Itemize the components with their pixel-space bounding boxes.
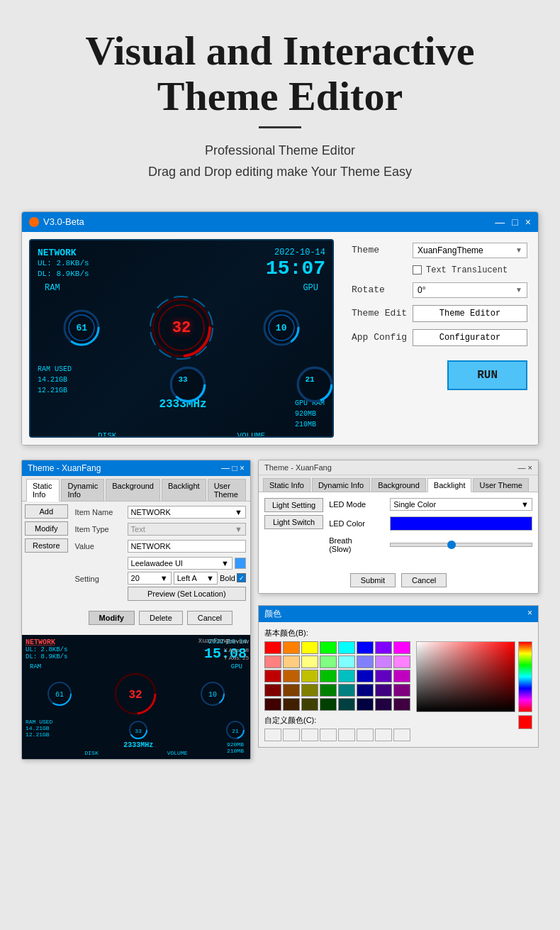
color-cell-16[interactable] bbox=[264, 670, 281, 682]
color-cell-37[interactable] bbox=[357, 698, 374, 711]
custom-color-5[interactable] bbox=[338, 729, 355, 741]
color-cell-39[interactable] bbox=[393, 698, 410, 711]
rotate-select[interactable]: 0° ▼ bbox=[413, 282, 527, 298]
modify-form-button[interactable]: Modify bbox=[89, 611, 135, 625]
close-button[interactable]: × bbox=[525, 216, 531, 228]
value-input[interactable] bbox=[128, 540, 246, 553]
tab-user-theme-2[interactable]: User Theme bbox=[473, 478, 528, 492]
color-cell-25[interactable] bbox=[283, 684, 300, 697]
color-cell-7[interactable] bbox=[393, 641, 410, 654]
color-cell-2[interactable] bbox=[301, 641, 318, 654]
cancel-form-button[interactable]: Cancel bbox=[187, 611, 233, 625]
color-swatch[interactable] bbox=[235, 558, 246, 569]
text-translucent-checkbox[interactable] bbox=[413, 265, 422, 275]
color-cell-34[interactable] bbox=[301, 698, 318, 711]
color-cell-6[interactable] bbox=[375, 641, 392, 654]
color-cell-20[interactable] bbox=[338, 670, 355, 682]
color-cell-13[interactable] bbox=[357, 655, 374, 668]
custom-color-6[interactable] bbox=[357, 729, 374, 741]
color-cell-12[interactable] bbox=[338, 655, 355, 668]
color-cell-29[interactable] bbox=[357, 684, 374, 697]
color-cell-21[interactable] bbox=[357, 670, 374, 682]
tab-backlight-2[interactable]: Backlight bbox=[427, 478, 472, 492]
color-cell-35[interactable] bbox=[320, 698, 337, 711]
tab-user-theme[interactable]: User Theme bbox=[208, 479, 246, 501]
tab-dynamic-info-2[interactable]: Dynamic Info bbox=[312, 478, 370, 492]
color-cell-10[interactable] bbox=[301, 655, 318, 668]
cancel-backlight-button[interactable]: Cancel bbox=[401, 573, 447, 587]
color-cell-24[interactable] bbox=[264, 684, 281, 697]
theme-editor-button[interactable]: Theme Editor bbox=[413, 305, 527, 322]
light-setting-button[interactable]: Light Setting bbox=[264, 498, 323, 512]
breath-slider[interactable] bbox=[390, 543, 532, 547]
color-cell-27[interactable] bbox=[320, 684, 337, 697]
item-type-select[interactable]: Text ▼ bbox=[128, 523, 246, 536]
run-button[interactable]: RUN bbox=[447, 360, 527, 390]
bottom-left-controls[interactable]: — □ × bbox=[221, 463, 245, 473]
color-cell-26[interactable] bbox=[301, 684, 318, 697]
custom-color-2[interactable] bbox=[283, 729, 300, 741]
color-cell-33[interactable] bbox=[283, 698, 300, 711]
color-cell-9[interactable] bbox=[283, 655, 300, 668]
color-cell-1[interactable] bbox=[283, 641, 300, 654]
color-cell-31[interactable] bbox=[393, 684, 410, 697]
spectrum-box[interactable] bbox=[416, 641, 515, 712]
color-cell-15[interactable] bbox=[393, 655, 410, 668]
tab-static-info[interactable]: Static Info bbox=[26, 479, 60, 502]
color-cell-22[interactable] bbox=[375, 670, 392, 682]
minimize-icon[interactable]: — bbox=[518, 463, 528, 472]
size-select[interactable]: 20 ▼ bbox=[128, 572, 172, 585]
color-cell-17[interactable] bbox=[283, 670, 300, 682]
light-switch-button[interactable]: Light Switch bbox=[264, 515, 323, 529]
color-cell-36[interactable] bbox=[338, 698, 355, 711]
minimize-button[interactable]: — bbox=[495, 216, 505, 228]
color-cell-19[interactable] bbox=[320, 670, 337, 682]
custom-color-7[interactable] bbox=[375, 729, 392, 741]
tab-background[interactable]: Background bbox=[106, 479, 160, 501]
window-controls[interactable]: — □ × bbox=[495, 216, 531, 228]
tab-dynamic-info[interactable]: Dynamic Info bbox=[61, 479, 104, 501]
tab-static-info-2[interactable]: Static Info bbox=[263, 478, 310, 492]
custom-color-3[interactable] bbox=[301, 729, 318, 741]
hue-bar[interactable] bbox=[518, 641, 532, 712]
custom-color-8[interactable] bbox=[393, 729, 410, 741]
maximize-button[interactable]: □ bbox=[512, 216, 517, 228]
color-cell-11[interactable] bbox=[320, 655, 337, 668]
color-cell-32[interactable] bbox=[264, 698, 281, 711]
tab-background-2[interactable]: Background bbox=[371, 478, 426, 492]
maximize-icon[interactable]: □ bbox=[232, 463, 240, 473]
restore-button[interactable]: Restore bbox=[25, 538, 68, 553]
led-mode-select[interactable]: Single Color ▼ bbox=[390, 498, 532, 511]
color-cell-30[interactable] bbox=[375, 684, 392, 697]
close-icon[interactable]: × bbox=[528, 463, 532, 472]
configurator-button[interactable]: Configurator bbox=[413, 329, 527, 346]
slider-thumb[interactable] bbox=[447, 541, 456, 549]
tab-backlight[interactable]: Backlight bbox=[162, 479, 206, 501]
color-picker-close-icon[interactable]: × bbox=[527, 608, 532, 620]
delete-button[interactable]: Delete bbox=[139, 611, 183, 625]
color-cell-8[interactable] bbox=[264, 655, 281, 668]
item-name-select[interactable]: NETWORK ▼ bbox=[128, 506, 246, 519]
custom-color-1[interactable] bbox=[264, 729, 281, 741]
color-cell-4[interactable] bbox=[338, 641, 355, 654]
theme-select[interactable]: XuanFangTheme ▼ bbox=[413, 243, 527, 258]
color-cell-0[interactable] bbox=[264, 641, 281, 654]
close-icon[interactable]: × bbox=[240, 463, 245, 473]
modify-button[interactable]: Modify bbox=[25, 521, 68, 536]
color-cell-28[interactable] bbox=[338, 684, 355, 697]
submit-button[interactable]: Submit bbox=[350, 573, 396, 587]
custom-color-4[interactable] bbox=[320, 729, 337, 741]
add-button[interactable]: Add bbox=[25, 504, 68, 519]
font-select[interactable]: Leelawadee UI ▼ bbox=[128, 557, 233, 570]
color-cell-38[interactable] bbox=[375, 698, 392, 711]
color-cell-5[interactable] bbox=[357, 641, 374, 654]
bold-checkbox[interactable]: ✓ bbox=[237, 573, 246, 582]
color-cell-3[interactable] bbox=[320, 641, 337, 654]
color-cell-14[interactable] bbox=[375, 655, 392, 668]
preview-location-button[interactable]: Preview (Set Location) bbox=[128, 587, 246, 601]
minimize-icon[interactable]: — bbox=[221, 463, 232, 473]
color-cell-18[interactable] bbox=[301, 670, 318, 682]
led-color-bar[interactable] bbox=[390, 516, 532, 531]
align-select[interactable]: Left A ▼ bbox=[174, 572, 218, 585]
color-cell-23[interactable] bbox=[393, 670, 410, 682]
